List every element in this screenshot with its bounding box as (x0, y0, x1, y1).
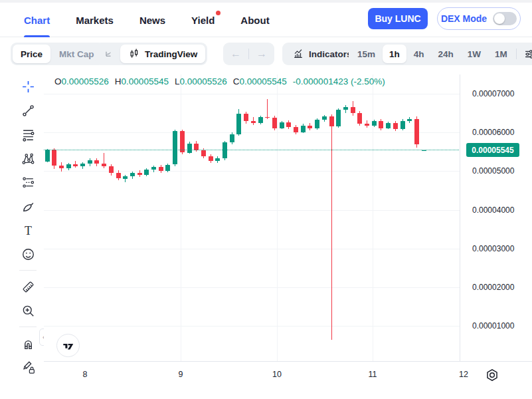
nav-tab-about[interactable]: About (240, 3, 269, 37)
candlestick-icon (128, 48, 140, 60)
app-window: Chart Markets News Yield About Buy LUNC … (0, 0, 532, 399)
metric-switcher: Price Mkt Cap (11, 43, 104, 65)
time-axis-label: 10 (272, 370, 282, 379)
candle-body (407, 119, 412, 120)
gridline (44, 132, 460, 133)
xabcd-pattern-icon (21, 152, 35, 166)
chart-settings-gear-icon[interactable] (485, 368, 499, 382)
crosshair-tool[interactable] (16, 74, 40, 98)
nav-tab-markets[interactable]: Markets (76, 3, 114, 37)
text-tool[interactable]: T (16, 218, 40, 242)
timeframe-15m[interactable]: 15m (351, 45, 382, 63)
candle-body (165, 165, 170, 171)
back-arrow-button[interactable]: ← (225, 48, 246, 60)
gridline (44, 249, 460, 249)
candle-body (329, 116, 334, 126)
candle-wick (331, 114, 332, 340)
tradingview-chart-type-button[interactable]: TradingView (120, 45, 205, 63)
ruler-icon (21, 280, 35, 294)
candle-body (301, 126, 306, 132)
candle-body (215, 158, 220, 161)
candle-body (102, 164, 106, 166)
ohlc-high-value: 0.00005545 (122, 76, 169, 86)
timeframe-settings-button[interactable] (519, 45, 532, 63)
svg-text:T: T (25, 223, 32, 237)
timeframe-1w[interactable]: 1W (461, 45, 488, 63)
ohlc-open-label: O (54, 76, 62, 86)
candle-body (94, 160, 99, 164)
ohlc-low-value: 0.00005526 (179, 76, 226, 86)
trend-line-icon (21, 104, 35, 118)
candle-body (272, 118, 277, 128)
fib-retracement-icon (21, 128, 35, 142)
brush-tool[interactable] (16, 194, 40, 218)
candle-body (294, 127, 298, 132)
timeframe-4h[interactable]: 4h (407, 45, 431, 63)
candle-body (236, 114, 241, 134)
notification-dot (216, 11, 221, 15)
nav-tab-chart[interactable]: Chart (24, 3, 50, 37)
candle-body (201, 150, 206, 156)
nav-tab-chart-label: Chart (24, 15, 50, 26)
candle-body (280, 122, 284, 128)
ohlc-change-value: -0.000001423 (-2.50%) (293, 76, 385, 86)
candle-body (116, 173, 121, 178)
forward-arrow-button[interactable]: → (251, 48, 272, 60)
nav-tab-markets-label: Markets (76, 15, 114, 26)
gridline (44, 287, 460, 288)
trend-line-tool[interactable] (16, 98, 40, 122)
candle-body (372, 121, 377, 126)
candle-body (251, 121, 256, 123)
nav-tab-yield[interactable]: Yield (191, 3, 215, 37)
candle-body (59, 166, 64, 169)
xabcd-pattern-tool[interactable] (16, 146, 40, 170)
timeframe-24h[interactable]: 24h (432, 45, 460, 63)
divider (19, 270, 37, 271)
gridline (373, 74, 373, 361)
gridline (44, 210, 460, 211)
nav-tab-news[interactable]: News (139, 3, 165, 37)
time-axis-label: 11 (369, 370, 377, 379)
chart-canvas[interactable] (44, 74, 460, 361)
candle-body (88, 160, 92, 164)
emoji-tool[interactable] (16, 242, 40, 266)
long-position-tool[interactable] (16, 170, 40, 194)
line-chart-type-button[interactable] (97, 45, 120, 63)
timeframe-1h[interactable]: 1h (383, 45, 406, 63)
zoom-in-tool[interactable] (16, 299, 40, 323)
candle-body (315, 120, 319, 128)
line-chart-icon (105, 48, 112, 60)
crosshair-icon (21, 80, 35, 94)
candle-body (173, 131, 177, 164)
candle-body (308, 126, 312, 129)
current-price-line (44, 150, 460, 150)
candle-body (357, 113, 362, 124)
gridline (277, 74, 278, 361)
candle-body (109, 166, 114, 174)
gridline (181, 74, 181, 361)
candle-body (336, 110, 341, 126)
buy-lunc-button[interactable]: Buy LUNC (368, 8, 428, 29)
price-axis[interactable]: 0.00005545 0.000070000.000060000.0000500… (461, 74, 532, 361)
fib-retracement-tool[interactable] (16, 122, 40, 146)
divider (248, 49, 249, 59)
price-tab[interactable]: Price (13, 45, 50, 63)
time-axis[interactable]: 89101112 (44, 361, 532, 388)
nav-tab-about-label: About (240, 15, 269, 26)
magnet-tool[interactable] (16, 331, 40, 355)
gridline (44, 94, 460, 94)
timeframe-1m[interactable]: 1M (488, 45, 514, 63)
candle-body (73, 164, 78, 166)
candle-body (322, 116, 327, 120)
candle-body (151, 167, 156, 170)
dex-mode-control[interactable]: DEX Mode (437, 7, 521, 30)
ruler-tool[interactable] (16, 275, 40, 299)
ohlc-close-value: 0.00005545 (240, 76, 287, 86)
tradingview-logo[interactable] (56, 334, 80, 357)
candle-body (400, 121, 405, 129)
history-nav: ← → (223, 43, 274, 65)
candle-body (159, 167, 163, 171)
drawing-lock-tool[interactable] (16, 355, 40, 379)
dex-mode-toggle[interactable] (493, 12, 517, 25)
time-axis-label: 8 (83, 370, 88, 379)
